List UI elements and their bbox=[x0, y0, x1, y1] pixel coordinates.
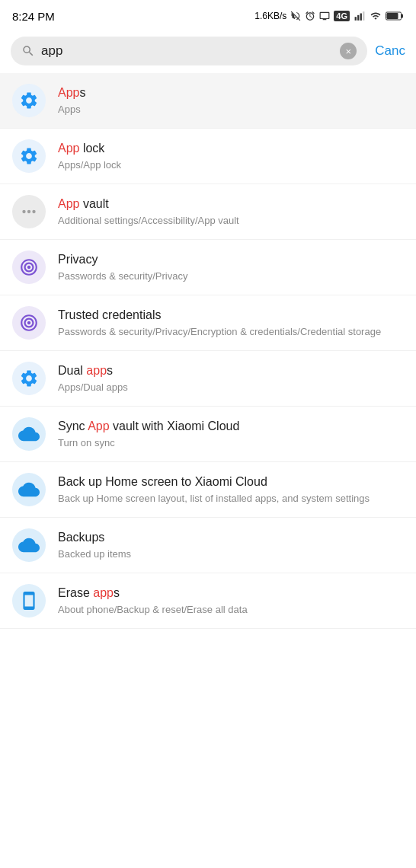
apps-text: Apps Apps bbox=[58, 85, 404, 116]
status-bar: 8:24 PM 1.6KB/s 4G bbox=[0, 0, 416, 30]
svg-rect-7 bbox=[387, 13, 398, 19]
svg-point-9 bbox=[22, 210, 25, 213]
search-input-wrapper[interactable]: × bbox=[11, 37, 367, 65]
trusted-credentials-text: Trusted credentials Passwords & security… bbox=[58, 308, 404, 338]
trusted-credentials-subtitle: Passwords & security/Privacy/Encryption … bbox=[58, 325, 404, 339]
svg-point-10 bbox=[32, 210, 35, 213]
result-item-privacy[interactable]: Privacy Passwords & security/Privacy bbox=[0, 240, 416, 295]
trusted-credentials-icon bbox=[12, 306, 46, 340]
status-time: 8:24 PM bbox=[12, 10, 55, 23]
app-vault-icon bbox=[12, 195, 46, 228]
erase-apps-subtitle: About phone/Backup & reset/Erase all dat… bbox=[58, 603, 404, 617]
backup-home-subtitle: Back up Home screen layout, list of inst… bbox=[58, 492, 404, 506]
4g-badge: 4G bbox=[334, 11, 350, 21]
app-lock-title: App lock bbox=[58, 141, 404, 157]
svg-rect-6 bbox=[402, 14, 404, 18]
erase-apps-title: Erase apps bbox=[58, 586, 404, 602]
apps-subtitle: Apps bbox=[58, 103, 404, 116]
sync-app-vault-subtitle: Turn on sync bbox=[58, 436, 404, 450]
backups-subtitle: Backed up items bbox=[58, 547, 404, 561]
privacy-text: Privacy Passwords & security/Privacy bbox=[58, 252, 404, 282]
app-vault-subtitle: Additional settings/Accessibility/App va… bbox=[58, 214, 404, 228]
dual-apps-title: Dual apps bbox=[58, 363, 404, 379]
backup-home-icon bbox=[12, 473, 46, 506]
result-item-backup-home[interactable]: Back up Home screen to Xiaomi Cloud Back… bbox=[0, 462, 416, 518]
mute-icon bbox=[290, 11, 301, 21]
dual-apps-icon bbox=[12, 362, 46, 395]
app-lock-subtitle: Apps/App lock bbox=[58, 158, 404, 172]
apps-icon bbox=[12, 84, 46, 117]
sync-app-vault-text: Sync App vault with Xiaomi Cloud Turn on… bbox=[58, 419, 404, 449]
app-vault-title: App vault bbox=[58, 196, 404, 212]
result-item-sync-app-vault[interactable]: Sync App vault with Xiaomi Cloud Turn on… bbox=[0, 407, 416, 462]
result-item-backups[interactable]: Backups Backed up items bbox=[0, 518, 416, 573]
trusted-credentials-title: Trusted credentials bbox=[58, 308, 404, 324]
dual-apps-text: Dual apps Apps/Dual apps bbox=[58, 363, 404, 394]
dual-apps-subtitle: Apps/Dual apps bbox=[58, 381, 404, 394]
network-speed: 1.6KB/s bbox=[254, 11, 286, 21]
backups-title: Backups bbox=[58, 530, 404, 546]
app-lock-icon bbox=[12, 139, 46, 173]
svg-rect-4 bbox=[363, 11, 364, 21]
app-lock-text: App lock Apps/App lock bbox=[58, 141, 404, 171]
search-bar-container: × Canc bbox=[0, 30, 416, 73]
backup-home-text: Back up Home screen to Xiaomi Cloud Back… bbox=[58, 474, 404, 505]
search-clear-button[interactable]: × bbox=[340, 43, 357, 59]
sync-app-vault-title: Sync App vault with Xiaomi Cloud bbox=[58, 419, 404, 435]
svg-rect-3 bbox=[360, 14, 362, 21]
backups-text: Backups Backed up items bbox=[58, 530, 404, 560]
alarm-icon bbox=[305, 11, 315, 21]
search-input[interactable] bbox=[41, 43, 334, 59]
signal-icon bbox=[354, 11, 366, 21]
battery-icon bbox=[386, 11, 404, 21]
erase-apps-icon bbox=[12, 584, 46, 617]
app-vault-text: App vault Additional settings/Accessibil… bbox=[58, 196, 404, 227]
status-icons: 1.6KB/s 4G bbox=[254, 11, 404, 21]
privacy-title: Privacy bbox=[58, 252, 404, 268]
svg-rect-2 bbox=[357, 15, 359, 21]
result-item-apps[interactable]: Apps Apps bbox=[0, 73, 416, 129]
svg-point-8 bbox=[27, 210, 30, 213]
svg-rect-1 bbox=[355, 17, 357, 21]
search-icon bbox=[21, 44, 35, 58]
privacy-subtitle: Passwords & security/Privacy bbox=[58, 270, 404, 283]
result-item-dual-apps[interactable]: Dual apps Apps/Dual apps bbox=[0, 351, 416, 407]
sync-app-vault-icon bbox=[12, 417, 46, 451]
erase-apps-text: Erase apps About phone/Backup & reset/Er… bbox=[58, 586, 404, 616]
wifi-icon bbox=[370, 11, 382, 21]
privacy-icon bbox=[12, 251, 46, 284]
backup-home-title: Back up Home screen to Xiaomi Cloud bbox=[58, 474, 404, 490]
result-item-erase-apps[interactable]: Erase apps About phone/Backup & reset/Er… bbox=[0, 573, 416, 629]
cancel-button[interactable]: Canc bbox=[375, 43, 405, 59]
result-item-trusted-credentials[interactable]: Trusted credentials Passwords & security… bbox=[0, 295, 416, 351]
apps-title: Apps bbox=[58, 85, 404, 101]
result-item-app-vault[interactable]: App vault Additional settings/Accessibil… bbox=[0, 184, 416, 240]
tv-icon bbox=[319, 11, 330, 21]
result-item-app-lock[interactable]: App lock Apps/App lock bbox=[0, 129, 416, 184]
backups-icon bbox=[12, 528, 46, 562]
results-list: Apps Apps App lock Apps/App lock App v bbox=[0, 73, 416, 629]
